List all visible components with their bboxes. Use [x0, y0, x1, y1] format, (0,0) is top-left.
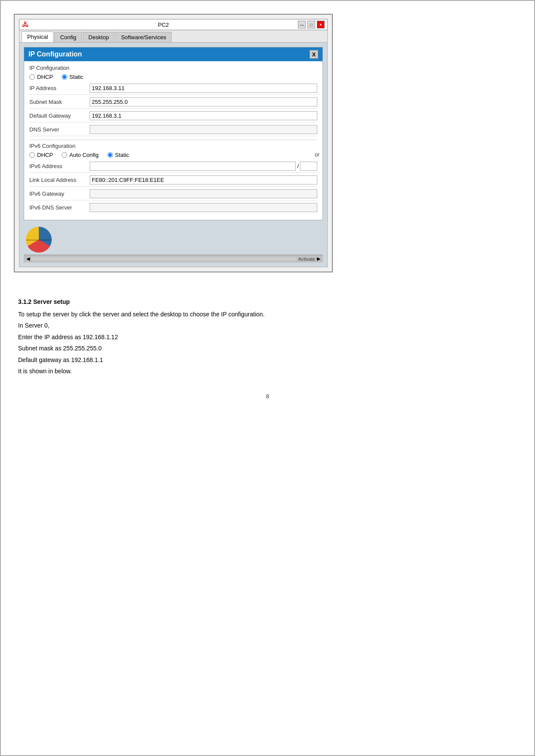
ip-mode-radio-row: DHCP Static: [29, 74, 317, 80]
static-radio-item[interactable]: Static: [62, 74, 84, 80]
doc-section: 3.1.2 Server setup To setup the server b…: [14, 298, 521, 376]
ip-address-input[interactable]: [90, 84, 317, 93]
ipv6-gateway-row: IPv6 Gateway: [29, 189, 317, 200]
window-titlebar: 🖧 PC2 — □ ×: [19, 19, 328, 30]
ipv6-dhcp-radio-item[interactable]: DHCP: [29, 152, 53, 158]
taskbar-left: ◀: [26, 256, 30, 262]
default-gateway-row: Default Gateway: [29, 111, 317, 122]
default-gateway-label: Default Gateway: [29, 112, 90, 119]
subnet-mask-label: Subnet Mask: [29, 99, 90, 105]
doc-para-4: Default gateway as 192.168.1.1: [18, 355, 517, 365]
doc-para-5: It is shown in below.: [18, 366, 517, 376]
window-bottom: [24, 220, 323, 255]
ip-address-row: IP Address: [29, 84, 317, 95]
ip-config-body: IP Configuration DHCP Static: [24, 61, 322, 220]
minimize-button[interactable]: —: [298, 21, 306, 28]
or-label: or: [315, 152, 319, 158]
window-controls: — □ ×: [298, 21, 325, 28]
ipv6-static-radio-item[interactable]: Static: [107, 152, 129, 158]
doc-para-3: Subnet mask as 255.255.255.0: [18, 344, 517, 353]
taskbar-activate: Activate: [298, 256, 315, 262]
ipv6-autoconfig-label: Auto Config: [69, 152, 99, 158]
default-gateway-input[interactable]: [90, 111, 317, 120]
ipv6-static-radio[interactable]: [107, 152, 113, 158]
taskbar-arrow-right[interactable]: ▶: [317, 256, 320, 262]
tab-config[interactable]: Config: [54, 32, 82, 42]
tab-physical[interactable]: Physical: [22, 31, 53, 42]
window-title: PC2: [29, 22, 298, 28]
ipv6-gateway-label: IPv6 Gateway: [29, 191, 90, 197]
dns-server-row: DNS Server: [29, 125, 317, 136]
screenshot-wrapper: 🖧 PC2 — □ × Physical Config Desktop Soft…: [14, 14, 333, 272]
taskbar-arrow-left[interactable]: ◀: [26, 256, 30, 262]
page-content: 🖧 PC2 — □ × Physical Config Desktop Soft…: [14, 14, 521, 400]
ipv6-mode-radio-row: DHCP Auto Config Static: [29, 152, 317, 158]
ipv6-static-label: Static: [115, 152, 129, 158]
close-button[interactable]: ×: [317, 21, 325, 28]
dns-server-label: DNS Server: [29, 126, 90, 133]
taskbar: ◀ Activate ▶: [24, 255, 323, 262]
static-radio[interactable]: [62, 74, 67, 80]
ipv6-dns-server-label: IPv6 DNS Server: [29, 204, 90, 211]
doc-para-1: In Server 0,: [18, 321, 517, 330]
dhcp-radio[interactable]: [29, 74, 35, 80]
dhcp-radio-item[interactable]: DHCP: [29, 74, 53, 80]
window-body: IP Configuration X IP Configuration DHCP: [19, 43, 328, 267]
doc-heading: 3.1.2 Server setup: [18, 298, 517, 305]
link-local-address-input[interactable]: [90, 175, 317, 184]
tab-bar: Physical Config Desktop Software/Service…: [19, 30, 328, 43]
link-local-address-row: Link Local Address: [29, 175, 317, 187]
dns-server-input[interactable]: [90, 125, 317, 134]
maximize-button[interactable]: □: [307, 21, 315, 28]
subnet-mask-row: Subnet Mask: [29, 97, 317, 109]
window-icon: 🖧: [22, 21, 29, 28]
ipv6-address-row: IPv6 Address /: [29, 162, 317, 173]
ip-config-close[interactable]: X: [310, 50, 318, 59]
ip-config-panel: IP Configuration X IP Configuration DHCP: [24, 47, 323, 220]
ipv6-address-label: IPv6 Address: [29, 163, 90, 169]
ipv6-config-section-label: IPv6 Configuration: [29, 143, 317, 149]
ip-config-title: IP Configuration: [28, 50, 82, 58]
ipv6-dhcp-radio[interactable]: [29, 152, 35, 158]
doc-para-2: Enter the IP address as 192.168.1.12: [18, 332, 517, 342]
ipv6-prefix-length-input[interactable]: [300, 162, 317, 171]
tab-software-services[interactable]: Software/Services: [116, 32, 172, 42]
ipv6-prefix-separator: /: [296, 163, 300, 169]
ipv6-autoconfig-radio-item[interactable]: Auto Config: [62, 152, 99, 158]
ipv6-address-input[interactable]: [90, 162, 296, 171]
ipv6-dhcp-label: DHCP: [37, 152, 53, 158]
cisco-logo: [26, 227, 52, 253]
subnet-mask-input[interactable]: [90, 97, 317, 106]
static-label: Static: [69, 74, 84, 80]
ipv6-address-group: /: [90, 162, 317, 171]
dhcp-label: DHCP: [37, 74, 53, 80]
tab-desktop[interactable]: Desktop: [83, 32, 115, 42]
ipv6-divider: [29, 140, 317, 140]
taskbar-scrollbar-thumb: [31, 257, 297, 261]
link-local-address-label: Link Local Address: [29, 177, 90, 183]
ipv6-dns-server-row: IPv6 DNS Server: [29, 203, 317, 214]
ipv6-autoconfig-radio[interactable]: [62, 152, 67, 158]
ip-config-section-label: IP Configuration: [29, 65, 317, 71]
ip-config-header: IP Configuration X: [24, 47, 322, 61]
page-number: 8: [14, 393, 521, 400]
ipv6-gateway-input[interactable]: [90, 189, 317, 198]
doc-para-0: To setup the server by click the server …: [18, 309, 517, 319]
ipv6-dns-server-input[interactable]: [90, 203, 317, 212]
ip-address-label: IP Address: [29, 85, 90, 91]
